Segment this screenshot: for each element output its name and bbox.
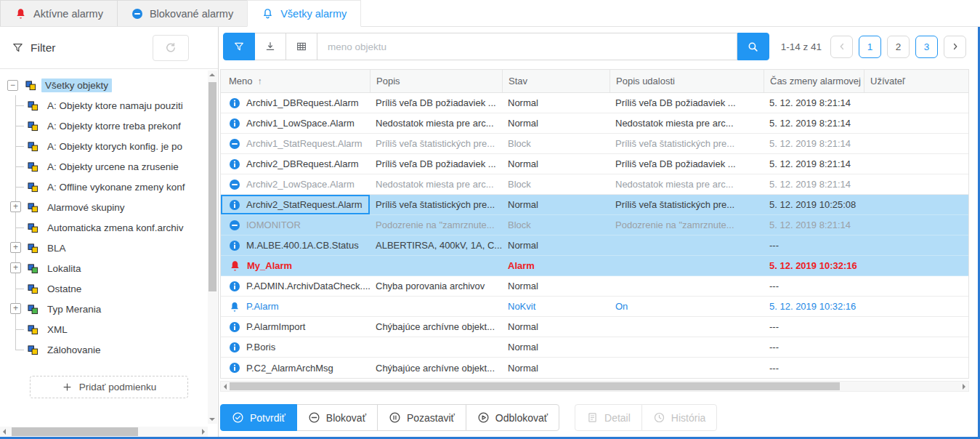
cell-meno[interactable]: Archiv1_LowSpace.Alarm bbox=[221, 113, 370, 133]
column-header-1[interactable]: Popis bbox=[370, 70, 502, 92]
scroll-up-icon[interactable] bbox=[209, 73, 215, 76]
pozastavi--button[interactable]: Pozastaviť bbox=[377, 404, 466, 431]
scroll-left-icon[interactable] bbox=[224, 384, 227, 390]
cell-meno[interactable]: Archiv2_StatRequest.Alarm bbox=[221, 195, 370, 214]
pause-circle-icon bbox=[389, 411, 401, 424]
table-row[interactable]: P.ADMIN.ArchivDataCheck....Chyba porovan… bbox=[221, 276, 968, 297]
tree-item[interactable]: Ostatne bbox=[0, 278, 218, 299]
tree-horizontal-scrollbar[interactable] bbox=[0, 427, 208, 437]
cell-meno[interactable]: P.Alarm bbox=[221, 297, 370, 316]
scrollbar-thumb[interactable] bbox=[230, 382, 840, 390]
scrollbar-thumb[interactable] bbox=[208, 82, 216, 291]
cell-meno[interactable]: M.ALBE.400.1A.CB.Status bbox=[221, 235, 370, 255]
cell-meno[interactable]: Archiv1_DBRequest.Alarm bbox=[221, 93, 370, 113]
tab-2[interactable]: Všetky alarmy bbox=[247, 0, 361, 27]
info-icon bbox=[229, 158, 240, 170]
expand-icon[interactable]: + bbox=[10, 303, 21, 314]
scroll-left-icon[interactable] bbox=[3, 429, 6, 435]
tree-item[interactable]: +Lokalita bbox=[0, 258, 218, 278]
table-row[interactable]: M.ALBE.400.1A.CB.StatusALBERTIRSA, 400kV… bbox=[221, 235, 968, 256]
table-row[interactable]: Archiv1_StatRequest.AlarmPríliš veľa šta… bbox=[221, 134, 968, 154]
table-row[interactable]: P.AlarmImportChýbajúce archívne objekt..… bbox=[221, 317, 968, 337]
table-row[interactable]: Archiv1_DBRequest.AlarmPríliš veľa DB po… bbox=[221, 93, 968, 113]
cell-meno[interactable]: My_Alarm bbox=[221, 256, 370, 275]
plus-icon bbox=[62, 382, 73, 392]
potvrdi--button[interactable]: Potvrdiť bbox=[220, 404, 297, 431]
prev-page-button[interactable] bbox=[830, 36, 853, 58]
cell-meno[interactable]: P.C2_AlarmArchMsg bbox=[221, 358, 370, 378]
add-condition-button[interactable]: Pridať podmienku bbox=[30, 376, 188, 398]
table-row[interactable]: P.AlarmNoKvitOn5. 12. 2019 10:32:16 bbox=[221, 297, 968, 317]
cell-cas-zmeny: --- bbox=[764, 317, 864, 337]
cell-stav: Normal bbox=[502, 337, 610, 357]
column-header-3[interactable]: Popis udalosti bbox=[610, 70, 764, 92]
table-row[interactable]: Archiv1_LowSpace.AlarmNedostatok miesta … bbox=[221, 113, 968, 134]
table-horizontal-scrollbar[interactable] bbox=[220, 381, 969, 392]
filter-header: Filter bbox=[0, 27, 218, 69]
export-button[interactable] bbox=[254, 33, 286, 60]
blokova--button[interactable]: Blokovať bbox=[296, 404, 378, 431]
filter-toggle-button[interactable] bbox=[223, 33, 255, 60]
cell-meno[interactable]: IOMONITOR bbox=[221, 215, 370, 235]
expand-icon[interactable]: + bbox=[10, 201, 21, 212]
tree-item[interactable]: −Všetky objekty bbox=[0, 75, 218, 95]
odblokova--button[interactable]: Odblokovať bbox=[466, 404, 559, 431]
cell-uzivatel bbox=[864, 337, 968, 357]
tree-item[interactable]: A: Objekty ktorre treba prekonf bbox=[0, 116, 218, 136]
table-row[interactable]: P.C2_AlarmArchMsgChýbajúce archívne obje… bbox=[221, 358, 968, 378]
tree-item[interactable]: A: Objekty ktorych konfig. je po bbox=[0, 136, 218, 156]
cell-meno[interactable]: P.ADMIN.ArchivDataCheck.... bbox=[221, 276, 370, 296]
bell-red-icon bbox=[229, 259, 241, 272]
tree-item[interactable]: Zálohovanie bbox=[0, 339, 218, 360]
column-header-0[interactable]: Meno↑ bbox=[221, 70, 370, 92]
cell-meno[interactable]: P.Boris bbox=[221, 337, 370, 357]
table-row[interactable]: Archiv2_DBRequest.AlarmPríliš veľa DB po… bbox=[221, 154, 968, 174]
cell-popis: Príliš veľa štatistických pre... bbox=[370, 134, 502, 153]
cell-meno[interactable]: Archiv1_StatRequest.Alarm bbox=[221, 134, 370, 153]
scroll-right-icon[interactable] bbox=[202, 429, 205, 435]
search-button[interactable] bbox=[737, 33, 769, 60]
scroll-down-icon[interactable] bbox=[209, 418, 215, 421]
column-header-4[interactable]: Čas zmeny alarmovej h... bbox=[764, 70, 864, 92]
filter-tree: −Všetky objektyA: Objekty ktore namaju p… bbox=[0, 69, 218, 360]
cell-uzivatel bbox=[864, 235, 968, 255]
tab-0[interactable]: Aktívne alarmy bbox=[0, 0, 118, 26]
table-row[interactable]: Archiv2_StatRequest.AlarmPríliš veľa šta… bbox=[221, 195, 968, 215]
column-header-5[interactable]: Užívateľ bbox=[864, 70, 968, 92]
page-button-3[interactable]: 3 bbox=[915, 36, 938, 58]
table-row[interactable]: My_AlarmAlarm5. 12. 2019 10:32:16 bbox=[221, 256, 968, 276]
tree-item[interactable]: A: Objekty urcene na zrusenie bbox=[0, 156, 218, 177]
object-name: M.ALBE.400.1A.CB.Status bbox=[246, 240, 359, 251]
cell-meno[interactable]: Archiv2_LowSpace.Alarm bbox=[221, 174, 370, 194]
refresh-button[interactable] bbox=[153, 35, 189, 61]
tree-item[interactable]: +BLA bbox=[0, 238, 218, 258]
expand-icon[interactable]: + bbox=[10, 262, 21, 273]
cell-popis: Podozrenie na "zamrznute... bbox=[370, 215, 502, 235]
tree-item[interactable]: +Typ Merania bbox=[0, 299, 218, 319]
tree-item[interactable]: A: Offline vykonane zmeny konf bbox=[0, 177, 218, 197]
tree-item[interactable]: Automaticka zmena konf.archiv bbox=[0, 217, 218, 238]
table-row[interactable]: Archiv2_LowSpace.AlarmNedostatok miesta … bbox=[221, 174, 968, 195]
object-group-icon bbox=[28, 283, 39, 294]
tab-1[interactable]: Blokované alarmy bbox=[117, 0, 248, 26]
page-button-1[interactable]: 1 bbox=[859, 36, 881, 58]
columns-button[interactable] bbox=[286, 33, 317, 60]
column-header-2[interactable]: Stav bbox=[502, 70, 610, 92]
tree-item[interactable]: +Alarmové skupiny bbox=[0, 197, 218, 217]
tree-vertical-scrollbar[interactable] bbox=[208, 71, 217, 424]
table-row[interactable]: IOMONITORPodozrenie na "zamrznute...Bloc… bbox=[221, 215, 968, 235]
next-page-button[interactable] bbox=[944, 36, 966, 58]
table-row[interactable]: P.BorisNormal--- bbox=[221, 337, 968, 358]
scrollbar-thumb[interactable] bbox=[12, 427, 138, 436]
scroll-right-icon[interactable] bbox=[963, 384, 965, 390]
tree-item[interactable]: XML bbox=[0, 319, 218, 339]
tree-item-label: A: Objekty ktore namaju pouziti bbox=[44, 99, 187, 113]
cell-meno[interactable]: Archiv2_DBRequest.Alarm bbox=[221, 154, 370, 174]
expand-icon[interactable]: + bbox=[10, 242, 21, 253]
search-input[interactable] bbox=[317, 33, 737, 60]
tree-item[interactable]: A: Objekty ktore namaju pouziti bbox=[0, 95, 218, 116]
object-name: P.C2_AlarmArchMsg bbox=[246, 363, 333, 374]
page-button-2[interactable]: 2 bbox=[887, 36, 910, 58]
collapse-icon[interactable]: − bbox=[7, 80, 18, 91]
cell-meno[interactable]: P.AlarmImport bbox=[221, 317, 370, 337]
